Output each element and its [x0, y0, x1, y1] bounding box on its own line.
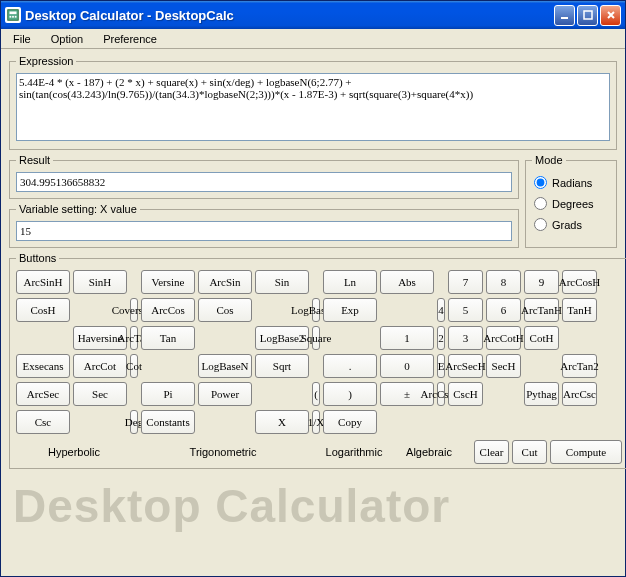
- btn-arccsc[interactable]: ArcCsc: [562, 382, 597, 406]
- buttons-label: Buttons: [16, 252, 59, 264]
- btn-sech[interactable]: SecH: [486, 354, 521, 378]
- btn-cot[interactable]: Cot: [130, 354, 138, 378]
- mode-degrees-radio[interactable]: [534, 197, 547, 210]
- titlebar[interactable]: Desktop Calculator - DesktopCalc: [1, 1, 625, 29]
- btn-e[interactable]: E: [437, 354, 445, 378]
- mode-radians-radio[interactable]: [534, 176, 547, 189]
- mode-label: Mode: [532, 154, 566, 166]
- variable-input[interactable]: [16, 221, 512, 241]
- btn-tanh[interactable]: TanH: [562, 298, 597, 322]
- expression-panel: Expression: [9, 55, 617, 150]
- btn-exsecans[interactable]: Exsecans: [16, 354, 70, 378]
- btn-pi[interactable]: Pi: [141, 382, 195, 406]
- btn-sinh[interactable]: SinH: [73, 270, 127, 294]
- menubar: File Option Preference: [1, 29, 625, 49]
- btn-6[interactable]: 6: [486, 298, 521, 322]
- mode-radians[interactable]: Radians: [534, 176, 608, 189]
- btn-exp[interactable]: Exp: [323, 298, 377, 322]
- btn-ln[interactable]: Ln: [323, 270, 377, 294]
- btn-arccos[interactable]: ArcCos: [141, 298, 195, 322]
- btn-copy[interactable]: Copy: [323, 410, 377, 434]
- btn-constants[interactable]: Constants: [141, 410, 195, 434]
- btn-csc[interactable]: Csc: [16, 410, 70, 434]
- btn-arcsech[interactable]: ArcSecH: [448, 354, 483, 378]
- category-labels: Hyperbolic Trigonometric Logarithmic Alg…: [16, 446, 464, 458]
- result-label: Result: [16, 154, 53, 166]
- btn-arccsch[interactable]: ArcCscH: [437, 382, 445, 406]
- btn-sin[interactable]: Sin: [255, 270, 309, 294]
- btn-3[interactable]: 3: [448, 326, 483, 350]
- btn-arctan2[interactable]: ArcTan2: [562, 354, 597, 378]
- variable-label: Variable setting: X value: [16, 203, 140, 215]
- btn-sqrt[interactable]: Sqrt: [255, 354, 309, 378]
- menu-option[interactable]: Option: [43, 31, 91, 47]
- app-window: Desktop Calculator - DesktopCalc File Op…: [0, 0, 626, 577]
- btn-pythag[interactable]: Pythag: [524, 382, 559, 406]
- mode-panel: Mode Radians Degrees Grads: [525, 154, 617, 248]
- btn-coversine[interactable]: Coversine: [130, 298, 138, 322]
- btn-1[interactable]: 1: [380, 326, 434, 350]
- cat-hyperbolic: Hyperbolic: [16, 446, 132, 458]
- btn-1-x[interactable]: 1/X: [312, 410, 320, 434]
- btn-coth[interactable]: CotH: [524, 326, 559, 350]
- menu-file[interactable]: File: [5, 31, 39, 47]
- btn-8[interactable]: 8: [486, 270, 521, 294]
- btn-9[interactable]: 9: [524, 270, 559, 294]
- mode-grads-radio[interactable]: [534, 218, 547, 231]
- btn-arccosh[interactable]: ArcCosH: [562, 270, 597, 294]
- cut-button[interactable]: Cut: [512, 440, 547, 464]
- result-variable-col: Result Variable setting: X value: [9, 154, 519, 248]
- btn-tan[interactable]: Tan: [141, 326, 195, 350]
- btn-arcsin[interactable]: ArcSin: [198, 270, 252, 294]
- buttons-panel: Buttons ArcSinHSinHVersineArcSinSinLnAbs…: [9, 252, 626, 469]
- mode-radians-label: Radians: [552, 177, 592, 189]
- btn--[interactable]: ): [323, 382, 377, 406]
- btn-arcsinh[interactable]: ArcSinH: [16, 270, 70, 294]
- expression-label: Expression: [16, 55, 76, 67]
- minimize-button[interactable]: [554, 5, 575, 26]
- middle-row: Result Variable setting: X value Mode Ra…: [9, 154, 617, 248]
- btn-arcsec[interactable]: ArcSec: [16, 382, 70, 406]
- cat-trigonometric: Trigonometric: [132, 446, 314, 458]
- variable-panel: Variable setting: X value: [9, 203, 519, 248]
- result-panel: Result: [9, 154, 519, 199]
- btn-arccot[interactable]: ArcCot: [73, 354, 127, 378]
- btn-abs[interactable]: Abs: [380, 270, 434, 294]
- maximize-button[interactable]: [577, 5, 598, 26]
- btn--[interactable]: (: [312, 382, 320, 406]
- btn-5[interactable]: 5: [448, 298, 483, 322]
- btn-arccoth[interactable]: ArcCotH: [486, 326, 521, 350]
- btn-x[interactable]: X: [255, 410, 309, 434]
- clear-button[interactable]: Clear: [474, 440, 509, 464]
- result-output[interactable]: [16, 172, 512, 192]
- btn-power[interactable]: Power: [198, 382, 252, 406]
- btn-logbasen[interactable]: LogBaseN: [198, 354, 252, 378]
- btn-csch[interactable]: CscH: [448, 382, 483, 406]
- btn-square[interactable]: Square: [312, 326, 320, 350]
- compute-button[interactable]: Compute: [550, 440, 622, 464]
- btn-deg[interactable]: Deg: [130, 410, 138, 434]
- btn-arctanh[interactable]: ArcTanH: [524, 298, 559, 322]
- btn-2[interactable]: 2: [437, 326, 445, 350]
- btn-4[interactable]: 4: [437, 298, 445, 322]
- window-controls: [554, 5, 621, 26]
- close-button[interactable]: [600, 5, 621, 26]
- btn-versine[interactable]: Versine: [141, 270, 195, 294]
- cat-algebraic: Algebraic: [394, 446, 464, 458]
- btn-0[interactable]: 0: [380, 354, 434, 378]
- btn-7[interactable]: 7: [448, 270, 483, 294]
- mode-grads-label: Grads: [552, 219, 582, 231]
- svg-rect-0: [8, 10, 19, 21]
- btn-sec[interactable]: Sec: [73, 382, 127, 406]
- menu-preference[interactable]: Preference: [95, 31, 165, 47]
- btn-cos[interactable]: Cos: [198, 298, 252, 322]
- client-area: Expression Result Variable setting: X va…: [1, 49, 625, 576]
- btn-cosh[interactable]: CosH: [16, 298, 70, 322]
- mode-grads[interactable]: Grads: [534, 218, 608, 231]
- svg-rect-1: [10, 12, 17, 15]
- btn-arctan[interactable]: ArcTan: [130, 326, 138, 350]
- expression-input[interactable]: [16, 73, 610, 141]
- btn-logbase10[interactable]: LogBase10: [312, 298, 320, 322]
- btn--[interactable]: .: [323, 354, 377, 378]
- mode-degrees[interactable]: Degrees: [534, 197, 608, 210]
